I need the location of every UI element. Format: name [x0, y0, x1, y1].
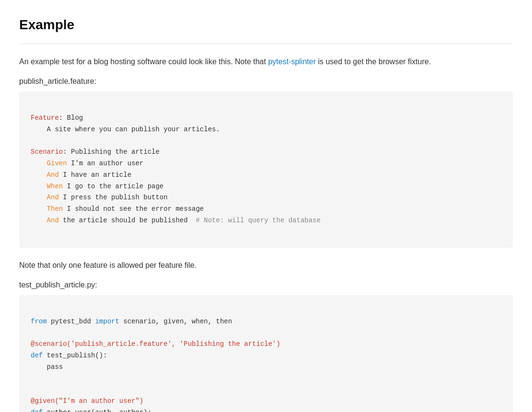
- page-title: Example: [19, 14, 513, 44]
- code-line: @given("I'm an author user"): [31, 396, 501, 407]
- code-line: pass: [31, 362, 501, 373]
- code-line: def test_publish():: [31, 350, 501, 362]
- code-line: Feature: Blog: [31, 113, 501, 124]
- file-label-2: test_publish_article.py:: [19, 279, 513, 291]
- code-line: Given I'm an author user: [31, 158, 501, 170]
- file-label-1: publish_article.feature:: [19, 75, 513, 88]
- note-paragraph: Note that only one feature is allowed pe…: [19, 259, 513, 272]
- code-line: [31, 135, 501, 147]
- intro-text-1: An example test for a blog hosting softw…: [19, 57, 268, 66]
- python-code-block: from pytest_bdd import scenario, given, …: [19, 295, 513, 412]
- code-line: And the article should be published # No…: [31, 215, 501, 227]
- code-line: Then I should not see the error message: [31, 204, 501, 215]
- intro-paragraph: An example test for a blog hosting softw…: [19, 56, 513, 68]
- code-line: Scenario: Publishing the article: [31, 147, 501, 158]
- code-line: And I press the publish button: [31, 192, 501, 204]
- code-line: [31, 305, 501, 316]
- code-line: [31, 384, 501, 396]
- code-line: And I have an article: [31, 170, 501, 181]
- code-line: [31, 101, 501, 113]
- feature-code-block: Feature: Blog A site where you can publi…: [19, 92, 513, 248]
- code-line: from pytest_bdd import scenario, given, …: [31, 316, 501, 328]
- code-line: [31, 373, 501, 385]
- code-line: [31, 327, 501, 339]
- code-line: @scenario('publish_article.feature', 'Pu…: [31, 339, 501, 350]
- intro-text-2: is used to get the browser fixture.: [316, 57, 431, 66]
- pytest-splinter-link[interactable]: pytest-splinter: [268, 57, 316, 66]
- code-line: [31, 227, 501, 238]
- code-line: A site where you can publish your articl…: [31, 124, 501, 136]
- code-line: When I go to the article page: [31, 181, 501, 193]
- code-line: def author_user(auth, author):: [31, 407, 501, 412]
